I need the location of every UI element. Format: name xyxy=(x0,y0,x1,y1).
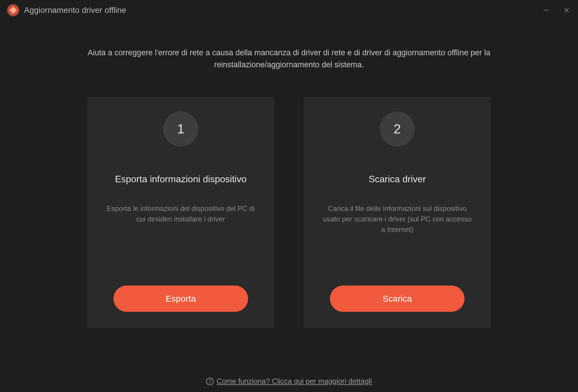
help-link[interactable]: ? Come funziona? Clicca qui per maggiori… xyxy=(206,377,372,386)
titlebar: Aggiornamento driver offline xyxy=(0,0,578,20)
card-title: Esporta informazioni dispositivo xyxy=(115,167,247,192)
card-description: Esporta le informazioni del dispositivo … xyxy=(102,203,260,286)
cards-container: 1 Esporta informazioni dispositivo Espor… xyxy=(18,97,560,328)
close-button[interactable] xyxy=(562,6,571,15)
export-button[interactable]: Esporta xyxy=(113,286,248,312)
card-export: 1 Esporta informazioni dispositivo Espor… xyxy=(87,97,274,328)
card-download: 2 Scarica driver Carica il file delle in… xyxy=(304,97,491,328)
card-description: Carica il file delle informazioni sul di… xyxy=(318,203,476,286)
card-title: Scarica driver xyxy=(369,167,426,192)
help-text: Come funziona? Clicca qui per maggiori d… xyxy=(217,377,372,386)
download-button[interactable]: Scarica xyxy=(330,286,465,312)
step-number: 1 xyxy=(163,111,198,147)
app-icon xyxy=(7,4,19,16)
titlebar-left: Aggiornamento driver offline xyxy=(7,4,126,16)
window-title: Aggiornamento driver offline xyxy=(24,6,126,15)
step-number: 2 xyxy=(380,111,415,147)
main-description: Aiuta a correggere l'errore di rete a ca… xyxy=(61,47,517,71)
help-icon: ? xyxy=(206,378,214,385)
window-controls xyxy=(542,6,571,15)
main-content: Aiuta a correggere l'errore di rete a ca… xyxy=(0,20,578,328)
minimize-button[interactable] xyxy=(542,6,551,15)
